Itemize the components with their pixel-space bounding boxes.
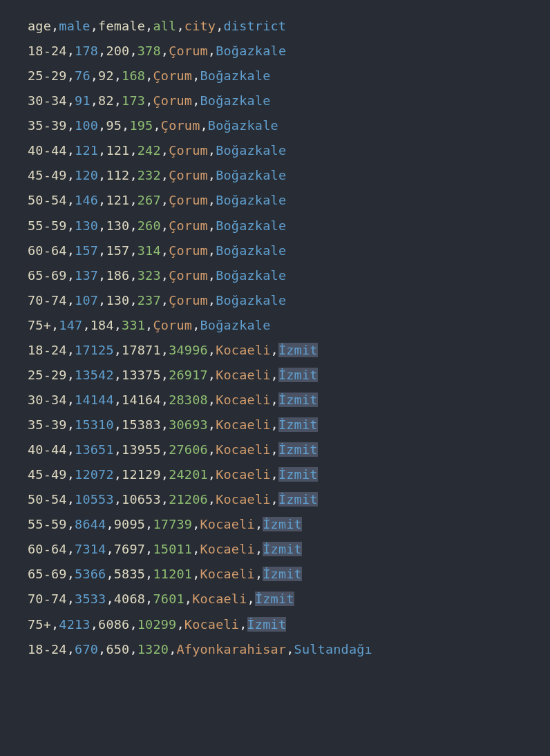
comma: , [208,442,216,457]
cell-male: 121 [75,143,98,158]
cell-female: 9095 [114,517,145,531]
comma: , [67,368,75,382]
cell-district: Boğazkale [200,318,270,332]
comma: , [145,68,153,83]
comma: , [161,193,169,207]
cell-female: 121 [106,193,129,207]
cell-district: Boğazkale [200,93,271,108]
cell-district: İzmit [278,417,318,432]
comma: , [114,393,122,407]
cell-age: 70-74 [28,293,67,308]
csv-data-row: 50-54,10553,10653,21206,Kocaeli,İzmit [28,487,550,512]
comma: , [161,368,169,382]
comma: , [98,218,106,233]
cell-male: 13542 [75,368,114,382]
comma: , [98,118,106,133]
comma: , [271,417,278,432]
comma: , [161,293,169,308]
cell-district: Boğazkale [216,243,286,258]
cell-female: 130 [106,293,129,308]
comma: , [161,393,169,407]
cell-all: 267 [138,193,161,207]
comma: , [114,318,122,332]
cell-all: 26917 [169,368,208,382]
cell-female: 130 [106,218,129,233]
comma: , [91,617,98,632]
cell-age: 40-44 [28,442,67,457]
cell-city: Kocaeli [184,617,239,632]
cell-all: 28308 [169,393,208,407]
cell-district: İzmit [263,567,302,581]
cell-district: Sultandağı [294,642,372,656]
comma: , [67,542,75,556]
comma: , [106,592,113,606]
csv-data-row: 70-74,107,130,237,Çorum,Boğazkale [28,288,550,313]
cell-age: 75+ [28,617,51,632]
comma: , [145,318,153,332]
comma: , [208,44,216,58]
cell-all: 27606 [169,442,208,457]
comma: , [106,517,113,531]
comma: , [67,118,75,133]
csv-data-row: 65-69,137,186,323,Çorum,Boğazkale [28,263,550,288]
comma: , [67,93,75,108]
cell-all: 168 [122,68,145,83]
comma: , [67,68,75,83]
cell-all: 378 [138,44,161,58]
cell-city: Kocaeli [200,517,255,531]
cell-all: 34996 [169,343,208,357]
cell-male: 14144 [75,393,114,407]
cell-city: Çorum [153,93,192,108]
comma: , [67,592,75,606]
comma: , [161,168,169,182]
comma: , [271,368,278,382]
cell-female: 112 [106,168,129,182]
csv-data-row: 75+,147,184,331,Çorum,Boğazkale [28,313,550,338]
cell-city: Afyonkarahisar [176,642,286,656]
csv-data-row: 60-64,157,157,314,Çorum,Boğazkale [28,238,550,263]
cell-age: 45-49 [28,467,67,482]
comma: , [145,19,153,33]
comma: , [161,492,169,507]
cell-district: İzmit [278,393,318,407]
comma: , [161,218,169,233]
csv-data-row: 40-44,13651,13955,27606,Kocaeli,İzmit [28,437,550,462]
comma: , [192,542,200,556]
cell-age: 75+ [28,318,51,332]
cell-male: 178 [75,44,98,58]
csv-data-row: 35-39,100,95,195,Çorum,Boğazkale [28,113,550,138]
cell-female: 10653 [122,492,161,507]
cell-all: 30693 [169,417,208,432]
comma: , [129,617,137,632]
cell-city: Çorum [153,318,192,332]
comma: , [161,442,169,457]
code-editor-content[interactable]: age,male,female,all,city,district18-24,1… [28,14,550,662]
cell-city: Kocaeli [216,343,270,357]
cell-male: 15310 [75,417,114,432]
comma: , [129,143,137,158]
cell-city: Çorum [169,143,208,158]
cell-age: 50-54 [28,193,67,207]
cell-age: 30-34 [28,393,67,407]
cell-city: Kocaeli [216,442,270,457]
comma: , [114,368,122,382]
comma: , [67,44,75,58]
cell-male: 4213 [59,617,90,632]
cell-city: Kocaeli [216,417,270,432]
comma: , [239,617,247,632]
comma: , [98,143,106,158]
comma: , [216,19,223,33]
comma: , [114,467,122,482]
comma: , [98,642,106,656]
cell-age: 55-59 [28,517,67,531]
cell-female: 14164 [122,393,161,407]
cell-district: İzmit [278,442,318,457]
comma: , [67,442,75,457]
comma: , [67,393,75,407]
comma: , [255,517,263,531]
header-female: female [98,19,145,33]
cell-district: Boğazkale [200,68,271,83]
cell-city: Çorum [153,68,192,83]
cell-female: 184 [91,318,114,332]
comma: , [129,168,137,182]
